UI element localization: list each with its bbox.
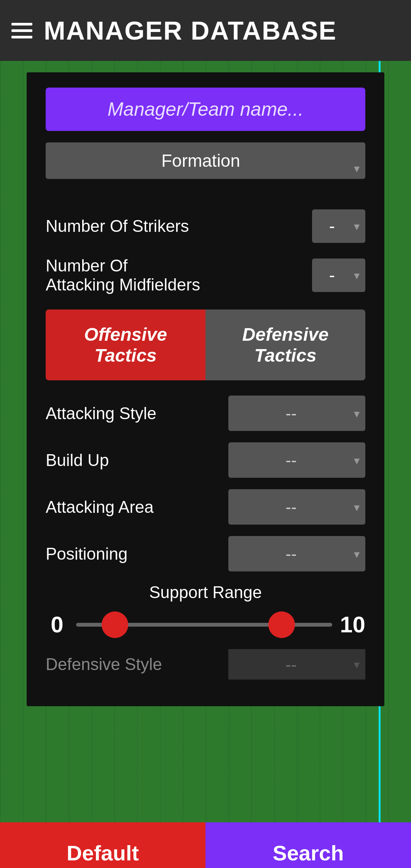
attacking-style-select[interactable]: -- Short Passing Long Ball Counter Attac… (228, 396, 365, 431)
attacking-mid-row: Number Of Attacking Midfielders - 0 1 2 … (46, 256, 365, 294)
attacking-area-select[interactable]: -- Wide Central Mixed (228, 489, 365, 525)
defensive-style-select[interactable]: -- (228, 649, 365, 680)
support-range-label: Support Range (46, 583, 365, 602)
attacking-area-row: Attacking Area -- Wide Central Mixed (46, 489, 365, 525)
strikers-row: Number Of Strikers - 0 1 2 3 (46, 209, 365, 243)
build-up-select-wrapper: -- Slow Medium Fast (228, 442, 365, 478)
attacking-style-row: Attacking Style -- Short Passing Long Ba… (46, 396, 365, 431)
range-row: 0 10 (46, 611, 365, 638)
defensive-style-label: Defensive Style (46, 655, 228, 674)
search-button[interactable]: Search (206, 822, 411, 868)
range-thumb-left[interactable] (102, 611, 128, 638)
formation-select-wrapper: Formation 4-4-2 4-3-3 3-5-2 5-3-2 4-2-3-… (46, 142, 365, 194)
positioning-select-wrapper: -- Organised Free Role Mixed (228, 536, 365, 571)
range-thumb-right[interactable] (268, 611, 295, 638)
defensive-tactics-button[interactable]: Defensive Tactics (206, 310, 365, 380)
formation-select[interactable]: Formation 4-4-2 4-3-3 3-5-2 5-3-2 4-2-3-… (46, 142, 365, 179)
strikers-select[interactable]: - 0 1 2 3 (312, 209, 365, 243)
tactics-toggle: Offensive Tactics Defensive Tactics (46, 310, 365, 380)
defensive-style-row: Defensive Style -- (46, 649, 365, 680)
positioning-row: Positioning -- Organised Free Role Mixed (46, 536, 365, 571)
app-header: MANAGER DATABASE (0, 0, 411, 61)
attacking-style-select-wrapper: -- Short Passing Long Ball Counter Attac… (228, 396, 365, 431)
settings-card: Formation 4-4-2 4-3-3 3-5-2 5-3-2 4-2-3-… (27, 72, 384, 706)
strikers-label: Number Of Strikers (46, 217, 312, 236)
attacking-area-select-wrapper: -- Wide Central Mixed (228, 489, 365, 525)
menu-button[interactable] (11, 23, 32, 38)
range-max-value: 10 (340, 611, 365, 638)
positioning-select[interactable]: -- Organised Free Role Mixed (228, 536, 365, 571)
main-content: Formation 4-4-2 4-3-3 3-5-2 5-3-2 4-2-3-… (0, 61, 411, 822)
build-up-select[interactable]: -- Slow Medium Fast (228, 442, 365, 478)
support-range-container: Support Range 0 10 (46, 583, 365, 638)
attacking-area-label: Attacking Area (46, 498, 228, 517)
default-button[interactable]: Default (0, 822, 206, 868)
bottom-buttons-bar: Default Search (0, 822, 411, 868)
attacking-mid-select-wrapper: - 0 1 2 3 (312, 258, 365, 292)
attacking-mid-label: Number Of Attacking Midfielders (46, 256, 312, 294)
positioning-label: Positioning (46, 544, 228, 563)
app-title: MANAGER DATABASE (44, 16, 337, 45)
attacking-mid-select[interactable]: - 0 1 2 3 (312, 258, 365, 292)
range-min-value: 0 (46, 611, 68, 638)
defensive-style-select-wrapper: -- (228, 649, 365, 680)
build-up-label: Build Up (46, 451, 228, 470)
build-up-row: Build Up -- Slow Medium Fast (46, 442, 365, 478)
offensive-tactics-button[interactable]: Offensive Tactics (46, 310, 206, 380)
range-track[interactable] (76, 623, 332, 627)
strikers-select-wrapper: - 0 1 2 3 (312, 209, 365, 243)
attacking-style-label: Attacking Style (46, 404, 228, 423)
manager-name-input[interactable] (46, 88, 365, 131)
